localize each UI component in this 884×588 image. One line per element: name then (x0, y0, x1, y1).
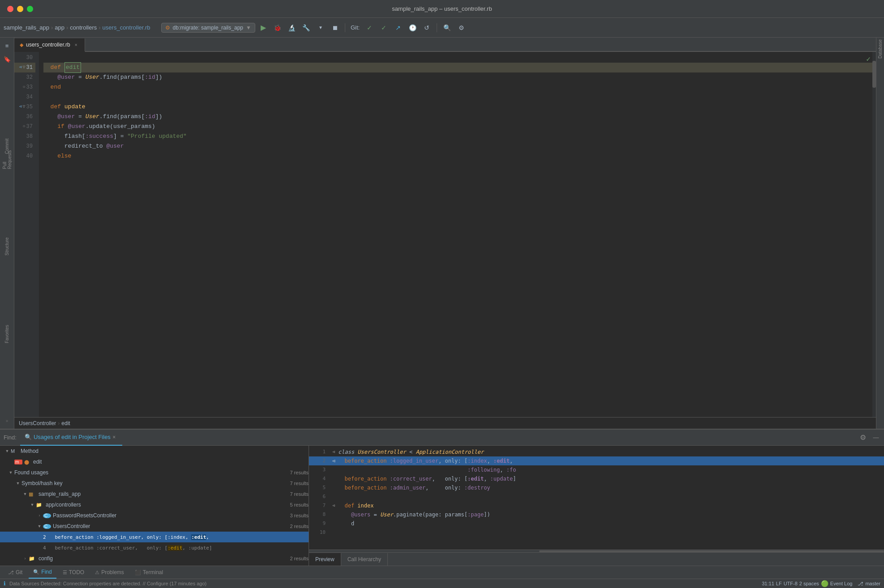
git-tb-label: Git (16, 569, 22, 575)
sidebar-item-structure[interactable]: Structure (4, 240, 9, 253)
find-toolbar-btn[interactable]: 🔍 Find (29, 566, 56, 579)
search-button[interactable]: 🔍 (441, 21, 453, 34)
code-line-32: @user = User.find(params[:id]) (43, 72, 876, 82)
tree-config[interactable]: › 📁 config 2 results (0, 553, 309, 564)
panel-tab-close[interactable]: × (111, 434, 118, 441)
tree-project-label: sample_rails_app (39, 491, 288, 497)
tab-users-controller[interactable]: ◆ users_controller.rb × (14, 38, 85, 52)
tree-users-controller-count: 2 results (290, 524, 309, 529)
line-num-30: 30 (14, 53, 35, 63)
tree-password-resets-label: PasswordResetsController (53, 512, 288, 519)
terminal-toolbar-btn[interactable]: ⬛ Terminal (130, 566, 167, 579)
preview-tabs: Preview Call Hierarchy (309, 552, 884, 566)
fold-icon-35[interactable]: ▽ (23, 102, 26, 112)
preview-line-2: 2 ⊲ before_action :logged_in_user, only:… (309, 456, 884, 465)
cursor-position[interactable]: 31:11 (762, 581, 774, 586)
more-tools-icon[interactable]: » (1, 414, 13, 427)
find-label: Find: (4, 434, 17, 441)
tree-app-controllers[interactable]: ▼ 📁 app/controllers 5 results (0, 499, 309, 510)
tree-edit-item[interactable]: m ⬤ edit (0, 456, 309, 467)
todo-toolbar-btn[interactable]: ☰ TODO (58, 566, 89, 579)
indent-info[interactable]: 2 spaces (799, 581, 819, 586)
code-editor[interactable]: 30 ⊲ ▽ 31 32 ○ 33 34 ⊲ (14, 52, 876, 417)
code-line-36: @user = User.find(params[:id]) (43, 112, 876, 122)
preview-line-4: 4 before_action :correct_user, only: [:e… (309, 474, 884, 483)
arrow-found: ▼ (7, 470, 14, 475)
tree-line2[interactable]: 2 before_action :logged_in_user, only: [… (0, 532, 309, 542)
panel-tab-find[interactable]: 🔍 Usages of edit in Project Files × (20, 430, 122, 446)
scrollbar-thumb[interactable] (872, 61, 876, 88)
preview-hscroll[interactable] (309, 550, 884, 552)
tree-password-resets[interactable]: › C PasswordResetsController 3 results (0, 510, 309, 521)
git-push-icon[interactable]: ↗ (392, 21, 404, 34)
preview-hscroll-thumb[interactable] (539, 550, 884, 552)
settings-button[interactable]: ⚙ (455, 21, 468, 34)
tree-line4[interactable]: 4 before_action :correct_user, only: [:e… (0, 542, 309, 553)
panel-minimize-icon[interactable]: — (871, 433, 880, 442)
maximize-button[interactable] (27, 6, 33, 12)
tree-found-usages[interactable]: ▼ Found usages 7 results (0, 467, 309, 478)
window-title: sample_rails_app – users_controller.rb (392, 5, 492, 12)
tree-edit-label: edit (33, 459, 309, 465)
sidebar-item-favorites[interactable]: Favorites (4, 328, 9, 340)
git-checkmark-icon[interactable]: ✓ (363, 21, 376, 34)
stop-button[interactable]: ⏹ (329, 21, 341, 34)
tab-close-button[interactable]: × (73, 42, 79, 48)
chevron-down-icon-toolbar[interactable]: ▼ (314, 21, 327, 34)
sidebar-item-pull-requests[interactable]: Pull Requests (2, 153, 12, 166)
sidebar-right: Database (876, 38, 884, 429)
preview-tab-preview[interactable]: Preview (309, 553, 341, 566)
breadcrumb-folder2[interactable]: controllers (70, 24, 97, 31)
editor-container: ◆ users_controller.rb × 30 ⊲ ▽ 31 (14, 38, 876, 429)
breadcrumb-class[interactable]: UsersController (19, 420, 56, 426)
todo-tb-label: TODO (69, 569, 84, 575)
close-button[interactable] (7, 6, 13, 12)
tree-project[interactable]: ▼ ▦ sample_rails_app 7 results (0, 489, 309, 499)
scrollbar[interactable] (872, 52, 876, 417)
line-num-32: 32 (14, 72, 35, 82)
run-config-dropdown[interactable]: ⚙ db:migrate: sample_rails_app ▼ (161, 23, 255, 33)
breadcrumb-method[interactable]: edit (61, 420, 70, 426)
git-checkmark2-icon[interactable]: ✓ (378, 21, 390, 34)
run-button[interactable]: ▶ (257, 21, 270, 34)
problems-toolbar-btn[interactable]: ⚠ Problems (90, 566, 129, 579)
status-message[interactable]: Data Sources Detected: Connection proper… (9, 581, 206, 586)
fold-icon-31[interactable]: ▽ (23, 63, 26, 72)
tree-symbol-hash[interactable]: ▼ Symbol/hash key 7 results (0, 478, 309, 489)
line-ending[interactable]: LF (776, 581, 782, 586)
git-undo-icon[interactable]: ↺ (421, 21, 433, 34)
build-button[interactable]: 🔧 (300, 21, 313, 34)
event-log-label[interactable]: Event Log (830, 581, 853, 586)
arrow-password-resets: › (36, 513, 43, 518)
window-controls[interactable] (7, 6, 33, 12)
sidebar-item-bookmark[interactable]: 🔖 (1, 53, 13, 65)
git-history-icon[interactable]: 🕐 (406, 21, 419, 34)
ruby-file-icon: ◆ (20, 42, 23, 48)
edit-method-name: edit (64, 62, 81, 73)
minimize-button[interactable] (17, 6, 23, 12)
database-icon[interactable]: Database (878, 39, 883, 59)
breadcrumb-file[interactable]: users_controller.rb (103, 24, 150, 31)
git-toolbar-btn[interactable]: ⎇ Git (4, 566, 27, 579)
breadcrumb-project[interactable]: sample_rails_app (4, 24, 49, 31)
preview-line-1: 1 ⊲ class UsersController < ApplicationC… (309, 447, 884, 456)
tree-method-header[interactable]: ▼ M Method (0, 446, 309, 456)
line-num-39: 39 (14, 141, 35, 151)
problems-tb-label: Problems (101, 569, 124, 575)
debug-button[interactable]: 🐞 (271, 21, 284, 34)
coverage-button[interactable]: 🔬 (286, 21, 298, 34)
method-icon: M (11, 448, 19, 454)
panel-settings-icon[interactable]: ⚙ (860, 433, 866, 442)
breadcrumb-folder1[interactable]: app (55, 24, 64, 31)
arrow-app-controllers: ▼ (29, 503, 36, 507)
run-config-label: db:migrate: sample_rails_app (173, 25, 243, 31)
sidebar-item-project[interactable]: ≡ (1, 39, 13, 52)
git-branch-name[interactable]: master (865, 581, 880, 586)
main-container: ≡ 🔖 Commit Pull Requests Structure Favor… (0, 38, 884, 588)
preview-line-7: 7 ⊲ def index (309, 501, 884, 510)
preview-pane: 1 ⊲ class UsersController < ApplicationC… (309, 446, 884, 566)
preview-tab-call-hierarchy[interactable]: Call Hierarchy (341, 553, 388, 566)
tree-users-controller[interactable]: ▼ C UsersController 2 results (0, 521, 309, 532)
encoding[interactable]: UTF-8 (784, 581, 798, 586)
code-content[interactable]: def edit @user = User.find(params[:id]) … (39, 52, 876, 417)
